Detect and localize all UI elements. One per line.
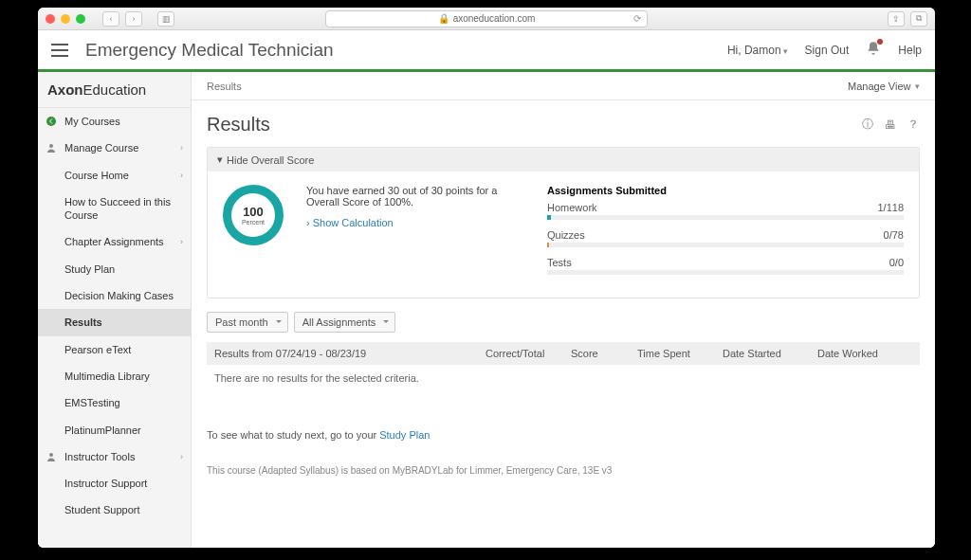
show-calculation-link[interactable]: Show Calculation bbox=[306, 217, 394, 228]
sidebar-item-label: Pearson eText bbox=[64, 344, 131, 355]
table-header-row: Results from 07/24/19 - 08/23/19 Correct… bbox=[207, 342, 920, 365]
assignment-value: 0/78 bbox=[884, 229, 904, 241]
sidebar-item-label: Student Support bbox=[64, 504, 140, 515]
assignment-value: 0/0 bbox=[889, 257, 904, 268]
sidebar-item-label: Manage Course bbox=[64, 142, 138, 154]
url-bar[interactable]: 🔒 axoneducation.com ⟳ bbox=[325, 10, 648, 27]
sidebar-item-label: Study Plan bbox=[64, 263, 115, 275]
col-results: Results from 07/24/19 - 08/23/19 bbox=[214, 348, 486, 359]
assignment-row-quizzes: Quizzes0/78 bbox=[547, 229, 904, 247]
assignment-name: Tests bbox=[547, 257, 572, 268]
window-minimize[interactable] bbox=[61, 14, 70, 24]
sidebar-item-study-plan[interactable]: Study Plan bbox=[38, 256, 191, 282]
sidebar-item-label: My Courses bbox=[64, 116, 120, 127]
browser-titlebar: ‹ › ▥ 🔒 axoneducation.com ⟳ ⇪ ⧉ bbox=[38, 8, 935, 30]
sidebar-item-instructor-support[interactable]: Instructor Support bbox=[38, 470, 191, 497]
score-unit: Percent bbox=[242, 219, 265, 226]
sidebar-item-label: Instructor Tools bbox=[64, 451, 135, 462]
progress-bar bbox=[547, 243, 904, 247]
sidebar-item-label: Results bbox=[64, 316, 102, 328]
sidebar-item-results[interactable]: Results bbox=[38, 309, 191, 335]
sidebar-item-label: EMSTesting bbox=[64, 397, 120, 408]
print-icon[interactable]: 🖶 bbox=[884, 118, 897, 132]
score-donut: 100 Percent bbox=[223, 185, 284, 245]
progress-bar bbox=[547, 270, 904, 275]
lock-icon: 🔒 bbox=[438, 13, 449, 24]
help-link[interactable]: Help bbox=[898, 44, 922, 57]
sidebar-item-label: How to Succeed in this Course bbox=[64, 196, 171, 221]
sidebar-item-course-home[interactable]: Course Home› bbox=[38, 162, 191, 189]
results-table: Results from 07/24/19 - 08/23/19 Correct… bbox=[207, 342, 920, 391]
help-icon[interactable]: ？ bbox=[907, 118, 920, 132]
overall-score-panel: ▾ Hide Overall Score 100 Percent You hav… bbox=[207, 147, 920, 298]
notifications-bell-icon[interactable] bbox=[866, 41, 881, 59]
hamburger-menu-icon[interactable] bbox=[51, 44, 68, 57]
course-footnote: This course (Adapted Syllabus) is based … bbox=[207, 465, 920, 476]
breadcrumb: Results bbox=[207, 81, 242, 92]
sidebar-item-pearson-etext[interactable]: Pearson eText bbox=[38, 336, 191, 363]
sidebar-item-instructor-tools[interactable]: Instructor Tools› bbox=[38, 443, 191, 470]
main-area: Results Manage View ▾ Results ⓘ 🖶 ？ bbox=[192, 72, 935, 548]
url-text: axoneducation.com bbox=[453, 13, 536, 24]
chevron-right-icon: › bbox=[180, 143, 183, 154]
breadcrumb-bar: Results Manage View ▾ bbox=[192, 72, 935, 100]
progress-bar bbox=[547, 215, 904, 220]
reload-icon[interactable]: ⟳ bbox=[633, 13, 641, 24]
col-correct: Correct/Total bbox=[486, 348, 571, 359]
score-summary-text: You have earned 30 out of 30 points for … bbox=[306, 185, 524, 208]
col-started: Date Started bbox=[723, 348, 817, 359]
sign-out-link[interactable]: Sign Out bbox=[805, 44, 850, 57]
sidebar-item-emstesting[interactable]: EMSTesting bbox=[38, 389, 191, 416]
sidebar-item-label: PlatinumPlanner bbox=[64, 425, 141, 436]
sidebar-item-decision-making-cases[interactable]: Decision Making Cases bbox=[38, 282, 191, 309]
chevron-right-icon: › bbox=[180, 452, 183, 463]
type-filter-select[interactable]: All Assignments bbox=[294, 312, 396, 333]
window-close[interactable] bbox=[46, 14, 55, 24]
course-title: Emergency Medical Technician bbox=[85, 40, 334, 61]
manage-view-dropdown[interactable]: Manage View ▾ bbox=[848, 81, 920, 92]
svg-point-2 bbox=[49, 453, 53, 457]
sidebar-item-how-to-succeed-in-this-course[interactable]: How to Succeed in this Course bbox=[38, 189, 191, 229]
chevron-down-icon: ▾ bbox=[217, 154, 223, 166]
sidebar-item-label: Decision Making Cases bbox=[64, 290, 174, 301]
sidebar-item-label: Chapter Assignments bbox=[64, 236, 164, 247]
page-title: Results bbox=[207, 114, 270, 135]
table-empty-message: There are no results for the selected cr… bbox=[207, 365, 920, 391]
svg-point-0 bbox=[46, 117, 56, 126]
sidebar-item-label: Course Home bbox=[64, 170, 129, 181]
nav-forward[interactable]: › bbox=[125, 11, 142, 27]
info-icon[interactable]: ⓘ bbox=[861, 118, 874, 132]
sidebar-item-student-support[interactable]: Student Support bbox=[38, 497, 191, 523]
user-icon bbox=[46, 142, 57, 154]
time-filter-select[interactable]: Past month bbox=[207, 312, 288, 333]
brand-logo[interactable]: AxonEducation bbox=[38, 72, 191, 108]
col-score: Score bbox=[571, 348, 637, 359]
study-plan-prompt: To see what to study next, go to your St… bbox=[207, 429, 920, 441]
score-value: 100 bbox=[243, 205, 264, 219]
app-header: Emergency Medical Technician Hi, Damon▾ … bbox=[38, 30, 935, 72]
hide-overall-toggle[interactable]: ▾ Hide Overall Score bbox=[208, 148, 919, 172]
window-zoom[interactable] bbox=[76, 14, 85, 24]
chevron-right-icon: › bbox=[180, 237, 183, 248]
chevron-right-icon: › bbox=[180, 171, 183, 182]
sidebar-item-my-courses[interactable]: My Courses bbox=[38, 108, 191, 135]
sidebar-item-multimedia-library[interactable]: Multimedia Library bbox=[38, 363, 191, 389]
assignment-row-homework: Homework1/118 bbox=[547, 202, 904, 220]
study-plan-link[interactable]: Study Plan bbox=[379, 429, 430, 441]
nav-back[interactable]: ‹ bbox=[102, 11, 119, 27]
sidebar-item-chapter-assignments[interactable]: Chapter Assignments› bbox=[38, 228, 191, 255]
sidebar-item-platinumplanner[interactable]: PlatinumPlanner bbox=[38, 417, 191, 443]
sidebar: AxonEducation My CoursesManage Course›Co… bbox=[38, 72, 192, 548]
sidebar-item-manage-course[interactable]: Manage Course› bbox=[38, 135, 191, 161]
tabs-icon[interactable]: ⧉ bbox=[910, 11, 927, 27]
sidebar-toggle-icon[interactable]: ▥ bbox=[157, 11, 174, 27]
share-icon[interactable]: ⇪ bbox=[888, 11, 905, 27]
assignments-submitted: Assignments Submitted Homework1/118Quizz… bbox=[547, 185, 904, 284]
assignment-name: Homework bbox=[547, 202, 597, 213]
user-icon bbox=[46, 451, 57, 462]
col-worked: Date Worked bbox=[817, 348, 912, 359]
back-arrow-icon bbox=[46, 116, 57, 127]
user-greeting[interactable]: Hi, Damon▾ bbox=[727, 44, 788, 57]
svg-point-1 bbox=[49, 144, 53, 148]
assignments-title: Assignments Submitted bbox=[547, 185, 904, 196]
